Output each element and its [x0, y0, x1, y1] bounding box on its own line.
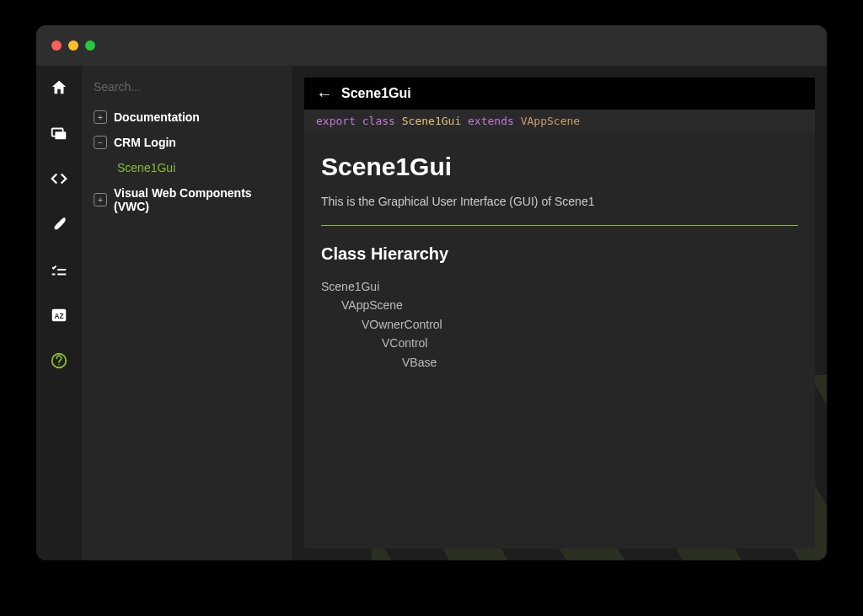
- minimize-window-button[interactable]: [68, 40, 78, 51]
- sidebar-item-documentation[interactable]: + Documentation: [90, 104, 284, 130]
- sidebar-tree: + Documentation − CRM Login Scene1Gui + …: [82, 104, 292, 219]
- code-keyword-extends: extends: [468, 115, 514, 127]
- brush-icon[interactable]: [46, 211, 72, 238]
- doc-panel: ← Scene1Gui export class Scene1Gui exten…: [304, 78, 815, 549]
- app-window: AZ + Documentation − CRM Login: [36, 25, 827, 560]
- hierarchy-heading: Class Hierarchy: [321, 244, 798, 264]
- main-area: AZ + Documentation − CRM Login: [36, 66, 827, 560]
- page-heading: Scene1Gui: [321, 153, 798, 181]
- help-icon[interactable]: [46, 347, 72, 374]
- collapse-icon[interactable]: −: [94, 136, 107, 149]
- expand-icon[interactable]: +: [94, 193, 107, 206]
- svg-text:AZ: AZ: [55, 313, 64, 320]
- sidebar: + Documentation − CRM Login Scene1Gui + …: [82, 66, 292, 560]
- close-window-button[interactable]: [51, 40, 62, 51]
- sidebar-item-label: Documentation: [114, 110, 200, 124]
- hierarchy-level-0[interactable]: Scene1Gui: [321, 277, 798, 296]
- sidebar-item-vwc[interactable]: + Visual Web Components (VWC): [90, 180, 284, 219]
- sidebar-item-label: Scene1Gui: [117, 161, 175, 174]
- hierarchy-level-4[interactable]: VBase: [321, 353, 798, 372]
- expand-icon[interactable]: +: [94, 110, 107, 124]
- sidebar-item-label: CRM Login: [114, 136, 176, 149]
- hierarchy-level-2[interactable]: VOwnerControl: [321, 315, 798, 334]
- sort-az-icon[interactable]: AZ: [46, 302, 72, 329]
- panel-title: Scene1Gui: [341, 86, 411, 101]
- code-signature: export class Scene1Gui extends VAppScene: [304, 110, 815, 132]
- sidebar-item-scene1gui[interactable]: Scene1Gui: [90, 155, 284, 180]
- panel-header: ← Scene1Gui: [304, 78, 815, 110]
- code-icon[interactable]: [46, 165, 72, 192]
- maximize-window-button[interactable]: [85, 40, 95, 51]
- sidebar-item-crm-login[interactable]: − CRM Login: [90, 130, 284, 155]
- class-description: This is the Graphical User Interface (GU…: [321, 195, 798, 226]
- search-input[interactable]: [94, 80, 281, 94]
- back-arrow-icon[interactable]: ←: [316, 85, 333, 102]
- hierarchy-level-1[interactable]: VAppScene: [321, 296, 798, 314]
- panel-body: Scene1Gui This is the Graphical User Int…: [304, 132, 815, 392]
- hierarchy-level-3[interactable]: VControl: [321, 334, 798, 352]
- svg-point-5: [58, 364, 59, 365]
- home-icon[interactable]: [46, 74, 72, 101]
- search-box: [82, 66, 292, 104]
- code-class-name: Scene1Gui: [402, 115, 461, 127]
- code-keyword-class: class: [362, 115, 395, 127]
- windows-icon[interactable]: [46, 120, 72, 147]
- code-parent-class: VAppScene: [521, 115, 580, 127]
- code-keyword-export: export: [316, 115, 356, 127]
- content-area: ← Scene1Gui export class Scene1Gui exten…: [292, 66, 827, 560]
- activity-bar: AZ: [36, 66, 82, 560]
- sidebar-item-label: Visual Web Components (VWC): [114, 186, 281, 213]
- window-controls: [51, 40, 95, 51]
- class-hierarchy: Scene1Gui VAppScene VOwnerControl VContr…: [321, 277, 798, 372]
- checklist-icon[interactable]: [46, 256, 72, 283]
- svg-rect-1: [55, 131, 66, 139]
- titlebar: [36, 25, 827, 66]
